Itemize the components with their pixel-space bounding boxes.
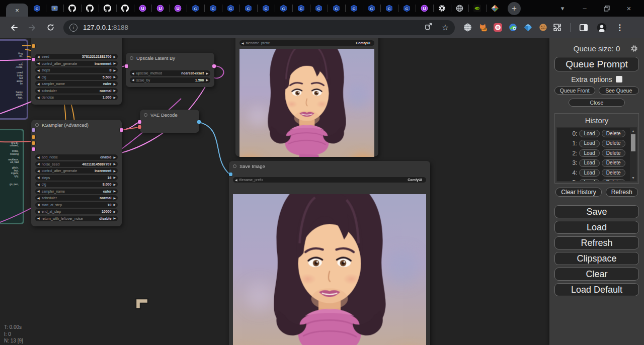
node-widget[interactable]: ◀ scheduler normal ▶ — [35, 88, 118, 94]
browser-tab[interactable] — [345, 0, 363, 17]
node-widget[interactable]: ◀ scale_by 1.500 ▶ — [130, 77, 210, 83]
browser-tab[interactable] — [275, 0, 292, 17]
widget-right-arrow-icon[interactable]: ▶ — [113, 62, 116, 65]
widget-left-arrow-icon[interactable]: ◀ — [37, 190, 40, 193]
node-ksampler-advanced-header[interactable]: KSampler (Advanced) — [31, 120, 122, 130]
forward-icon[interactable] — [26, 21, 39, 34]
widget-right-arrow-icon[interactable]: ▶ — [113, 197, 116, 200]
close-button[interactable]: Close — [569, 99, 625, 107]
widget-left-arrow-icon[interactable]: ◀ — [37, 156, 40, 159]
input-slot-conditioning[interactable] — [32, 44, 35, 48]
history-delete-button[interactable]: Delete — [602, 159, 625, 167]
collapse-dot-icon[interactable] — [233, 164, 236, 168]
widget-right-arrow-icon[interactable]: ▶ — [113, 96, 116, 99]
node-save-image-header[interactable]: Save Image — [229, 161, 430, 171]
node-widget[interactable]: ◀ control_after_generate increment ▶ — [35, 61, 118, 66]
widget-right-arrow-icon[interactable]: ▶ — [113, 217, 116, 220]
group-corner-marker[interactable] — [135, 298, 149, 310]
kebab-menu-icon[interactable]: ⋮ — [613, 21, 626, 34]
browser-tab[interactable] — [380, 0, 398, 17]
history-load-button[interactable]: Load — [579, 179, 599, 182]
widget-left-arrow-icon[interactable]: ◀ — [37, 210, 40, 213]
widget-right-arrow-icon[interactable]: ▶ — [113, 162, 116, 165]
browser-tab[interactable] — [46, 0, 63, 17]
queue-front-button[interactable]: Queue Front — [554, 87, 595, 95]
new-tab-button[interactable]: + — [508, 2, 521, 15]
browser-tab[interactable] — [398, 0, 416, 17]
browser-tab[interactable] — [151, 0, 169, 17]
widget-left-arrow-icon[interactable]: ◀ — [37, 183, 40, 186]
bookmark-star-icon[interactable]: ☆ — [442, 23, 449, 32]
browser-tab[interactable] — [486, 0, 504, 17]
extension-icon[interactable] — [478, 23, 488, 32]
side-panel-icon[interactable] — [577, 21, 590, 34]
output-slot-latent[interactable] — [212, 64, 216, 68]
widget-right-arrow-icon[interactable]: ▶ — [113, 69, 116, 72]
node-save-image-top[interactable]: ◀ filename_prefix ComfyUI — [235, 38, 378, 156]
see-queue-button[interactable]: See Queue — [599, 87, 639, 95]
menu-button[interactable]: Load Default — [554, 283, 639, 296]
widget-left-arrow-icon[interactable]: ◀ — [37, 69, 40, 72]
browser-tab[interactable] — [187, 0, 204, 17]
widget-right-arrow-icon[interactable]: ▶ — [113, 75, 116, 78]
browser-tab[interactable] — [328, 0, 345, 17]
comfyui-graph-canvas[interactable]: ilingile, ,soft, RAW, urredh theledaside… — [0, 38, 549, 345]
tab-close-icon[interactable]: × — [15, 7, 19, 14]
widget-right-arrow-icon[interactable]: ▶ — [206, 72, 208, 75]
node-vae-decode-header[interactable]: VAE Decode — [140, 110, 199, 120]
browser-tab[interactable] — [257, 0, 275, 17]
reload-icon[interactable] — [44, 21, 57, 34]
widget-left-arrow-icon[interactable]: ◀ — [132, 72, 134, 75]
widget-right-arrow-icon[interactable]: ▶ — [113, 169, 116, 172]
settings-gear-icon[interactable] — [630, 45, 638, 52]
widget-left-arrow-icon[interactable]: ◀ — [37, 197, 40, 200]
widget-left-arrow-icon[interactable]: ◀ — [37, 75, 40, 78]
scrollbar-thumb[interactable] — [631, 134, 635, 151]
widget-left-arrow-icon[interactable]: ◀ — [37, 82, 40, 85]
node-widget[interactable]: ◀ end_at_step 10000 ▶ — [35, 209, 118, 214]
browser-tab[interactable] — [310, 0, 328, 17]
input-slot-positive[interactable] — [32, 135, 35, 139]
node-widget[interactable]: ◀ sampler_name euler ▶ — [35, 81, 118, 87]
output-slot-image[interactable] — [197, 120, 201, 124]
history-load-button[interactable]: Load — [579, 149, 599, 157]
extension-icon[interactable] — [463, 23, 472, 32]
node-widget[interactable]: ◀ start_at_step 10 ▶ — [35, 202, 118, 208]
widget-left-arrow-icon[interactable]: ◀ — [37, 217, 40, 220]
positive-prompt-text[interactable]: ilingile, ,soft, RAW, urredh theledaside… — [0, 41, 27, 118]
tab-search-chevron-icon[interactable]: ▾ — [551, 1, 574, 16]
widget-left-arrow-icon[interactable]: ◀ — [37, 162, 40, 165]
widget-left-arrow-icon[interactable]: ◀ — [37, 169, 40, 172]
active-tab[interactable]: × — [6, 4, 28, 17]
widget-right-arrow-icon[interactable]: ▶ — [113, 176, 116, 179]
collapse-dot-icon[interactable] — [144, 113, 147, 117]
widget-right-arrow-icon[interactable]: ▶ — [113, 203, 116, 206]
widget-right-arrow-icon[interactable]: ▶ — [113, 190, 116, 193]
node-widget[interactable]: ◀ steps 16 ▶ — [35, 175, 118, 181]
menu-button[interactable]: Load — [554, 221, 639, 234]
extension-icon[interactable] — [538, 23, 548, 32]
input-slot-latent[interactable] — [32, 58, 35, 61]
menu-button[interactable]: Save — [554, 205, 639, 218]
extra-options-checkbox[interactable] — [616, 76, 622, 82]
node-upscale-latent[interactable]: Upscale Latent By ◀ upscale_method neare… — [126, 53, 214, 87]
collapse-dot-icon[interactable] — [35, 123, 39, 127]
browser-tab[interactable] — [116, 0, 134, 17]
browser-tab[interactable] — [99, 0, 116, 17]
node-widget[interactable]: ◀ noise_seed 462118145887707 ▶ — [35, 161, 118, 167]
collapse-dot-icon[interactable] — [130, 56, 133, 60]
history-delete-button[interactable]: Delete — [602, 140, 625, 147]
history-delete-button[interactable]: Delete — [602, 179, 625, 182]
input-slot-samples[interactable] — [138, 120, 141, 124]
history-load-button[interactable]: Load — [579, 159, 599, 167]
restore-icon[interactable] — [596, 1, 618, 16]
node-widget[interactable]: ◀ add_noise enable ▶ — [35, 154, 118, 160]
extension-icon[interactable] — [493, 23, 503, 32]
widget-right-arrow-icon[interactable]: ▶ — [113, 183, 116, 186]
node-save-image[interactable]: Save Image ◀ filename_prefix ComfyUI — [229, 161, 430, 345]
widget-right-arrow-icon[interactable]: ▶ — [113, 82, 116, 85]
browser-tab[interactable] — [363, 0, 380, 17]
input-slot-images[interactable] — [229, 172, 232, 176]
browser-tab[interactable] — [204, 0, 222, 17]
browser-tab[interactable] — [451, 0, 468, 17]
